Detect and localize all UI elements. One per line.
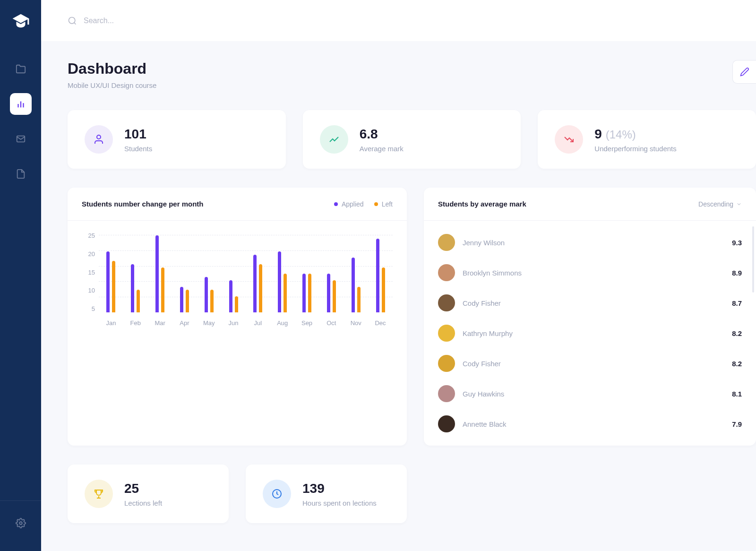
dot-applied bbox=[334, 202, 338, 206]
trophy-icon bbox=[93, 488, 104, 499]
card-avg-mark: 6.8 Average mark bbox=[303, 110, 521, 169]
svg-line-6 bbox=[74, 22, 76, 24]
bar-group bbox=[172, 287, 197, 312]
x-tick: Jul bbox=[246, 319, 270, 327]
nav-document[interactable] bbox=[10, 163, 32, 185]
x-tick: Jun bbox=[221, 319, 246, 327]
student-row[interactable]: Cody Fisher8.7 bbox=[435, 288, 745, 318]
chart-panel: Students number change per month Applied… bbox=[68, 188, 407, 446]
lections-left-value: 25 bbox=[124, 481, 162, 496]
svg-point-5 bbox=[69, 17, 75, 23]
nav-settings[interactable] bbox=[10, 512, 32, 534]
chart-legend: Applied Left bbox=[334, 200, 393, 208]
bar-left bbox=[112, 261, 115, 312]
page-title: Dashboard bbox=[68, 60, 156, 77]
bar-left bbox=[186, 290, 189, 312]
trophy-icon-wrap bbox=[85, 480, 113, 508]
graduation-cap-icon bbox=[12, 12, 30, 30]
y-tick: 20 bbox=[82, 250, 95, 258]
card-students: 101 Students bbox=[68, 110, 286, 169]
y-tick: 25 bbox=[82, 232, 95, 239]
search bbox=[68, 16, 225, 26]
sort-select[interactable]: Descending bbox=[698, 200, 742, 208]
nav-bottom bbox=[0, 500, 41, 542]
students-panel-body: Jenny Wilson9.3Brooklyn Simmons8.9Cody F… bbox=[424, 221, 756, 446]
search-input[interactable] bbox=[84, 17, 225, 25]
avatar bbox=[438, 294, 455, 311]
bar-applied bbox=[327, 274, 330, 312]
svg-point-7 bbox=[97, 135, 101, 139]
bar-group bbox=[295, 274, 319, 312]
bar-group bbox=[270, 251, 295, 312]
bar-left bbox=[259, 264, 262, 312]
student-row[interactable]: Guy Hawkins8.1 bbox=[435, 379, 745, 409]
x-tick: Feb bbox=[123, 319, 148, 327]
search-icon bbox=[68, 16, 77, 26]
bar-left bbox=[284, 274, 287, 312]
nav-mail[interactable] bbox=[10, 128, 32, 150]
underperf-value: 9 (14%) bbox=[594, 127, 676, 142]
x-tick: May bbox=[197, 319, 221, 327]
student-mark: 8.9 bbox=[732, 269, 742, 277]
nav-folder[interactable] bbox=[10, 58, 32, 80]
student-row[interactable]: Jenny Wilson9.3 bbox=[435, 227, 745, 258]
bar-left bbox=[357, 287, 361, 312]
bar-group bbox=[319, 274, 344, 312]
underperf-label: Underperforming students bbox=[594, 145, 676, 153]
sidebar bbox=[0, 0, 41, 542]
students-value: 101 bbox=[124, 127, 152, 142]
student-name: Kathryn Murphy bbox=[463, 329, 724, 337]
chart-title: Students number change per month bbox=[82, 200, 204, 208]
avatar bbox=[438, 355, 455, 372]
avg-mark-label: Average mark bbox=[360, 145, 404, 153]
x-tick: Jan bbox=[99, 319, 123, 327]
underperf-icon-wrap bbox=[555, 125, 583, 154]
student-mark: 8.7 bbox=[732, 299, 742, 307]
bar-group bbox=[99, 251, 123, 312]
x-tick: Oct bbox=[319, 319, 344, 327]
bar-left bbox=[382, 267, 385, 312]
x-axis: JanFebMarAprMayJunJulAugSepOctNovDec bbox=[99, 319, 393, 327]
bar-applied bbox=[302, 274, 306, 312]
nav-dashboard[interactable] bbox=[10, 93, 32, 115]
student-name: Brooklyn Simmons bbox=[463, 269, 724, 277]
y-tick: 5 bbox=[82, 305, 95, 312]
hours-spent-value: 139 bbox=[302, 481, 377, 496]
bar-group bbox=[197, 277, 221, 312]
y-tick: 15 bbox=[82, 269, 95, 276]
logo bbox=[0, 0, 41, 41]
bar-chart-icon bbox=[16, 99, 26, 109]
page-subtitle: Mobile UX/UI Design course bbox=[68, 81, 156, 89]
scrollbar[interactable] bbox=[752, 226, 754, 293]
clock-icon-wrap bbox=[263, 480, 291, 508]
avatar bbox=[438, 325, 455, 342]
hours-spent-label: Hours spent on lections bbox=[302, 499, 377, 507]
bar-left bbox=[210, 290, 214, 312]
user-icon bbox=[93, 134, 104, 145]
student-mark: 9.3 bbox=[732, 239, 742, 247]
x-tick: Mar bbox=[148, 319, 172, 327]
student-row[interactable]: Kathryn Murphy8.2 bbox=[435, 318, 745, 348]
chart-wrap: 252015105 JanFebMarAprMayJunJulAugSepOct… bbox=[82, 232, 393, 327]
bar-group bbox=[368, 239, 393, 312]
bar-applied bbox=[278, 251, 281, 312]
lections-left-label: Lections left bbox=[124, 499, 162, 507]
trend-down-icon bbox=[563, 134, 575, 145]
nav bbox=[10, 41, 32, 500]
content: Dashboard Mobile UX/UI Design course 101… bbox=[41, 41, 756, 542]
edit-button[interactable] bbox=[732, 60, 756, 84]
bar-applied bbox=[229, 280, 232, 312]
card-hours-spent: 139 Hours spent on lections bbox=[246, 465, 407, 523]
student-row[interactable]: Brooklyn Simmons8.9 bbox=[435, 258, 745, 288]
bar-applied bbox=[131, 264, 134, 312]
student-mark: 8.2 bbox=[732, 329, 742, 337]
student-row[interactable]: Annette Black7.9 bbox=[435, 409, 745, 439]
student-row[interactable]: Cody Fisher8.2 bbox=[435, 348, 745, 379]
gear-icon bbox=[16, 518, 26, 528]
bar-group bbox=[148, 235, 172, 312]
mail-icon bbox=[16, 134, 26, 144]
chart-panel-head: Students number change per month Applied… bbox=[68, 188, 407, 221]
legend-left: Left bbox=[374, 200, 393, 208]
bar-applied bbox=[205, 277, 208, 312]
student-name: Annette Black bbox=[463, 420, 724, 428]
